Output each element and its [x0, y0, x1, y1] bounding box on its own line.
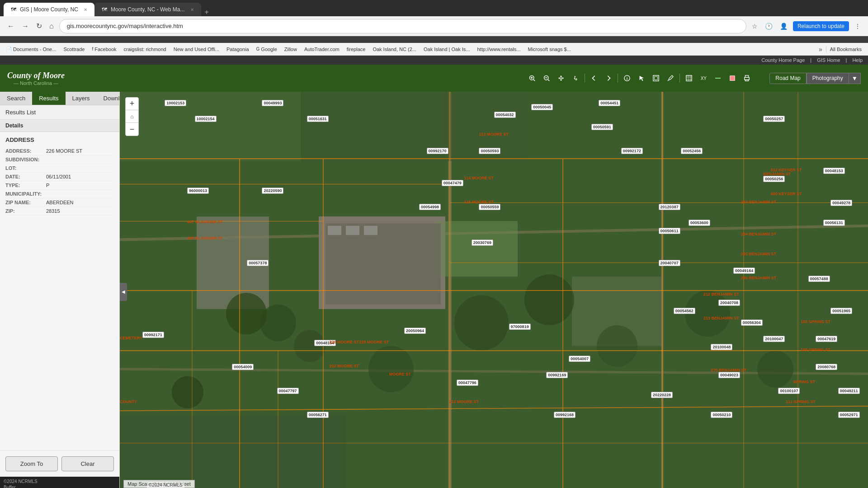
copyright-text: ©2024 NCRMLS [149, 483, 183, 488]
tab-results-label: Results [39, 95, 58, 102]
bookmark-documents[interactable]: 📄 Documents - One... [4, 46, 59, 53]
bookmark-button[interactable]: ☆ [750, 21, 760, 32]
header-links: County Home Page | GIS Home | Help [761, 57, 863, 63]
back-extent-icon [591, 75, 597, 82]
tab-close-active[interactable]: ✕ [84, 7, 87, 12]
all-bookmarks-button[interactable]: All Bookmarks [826, 46, 864, 53]
zoom-in-icon [529, 74, 535, 82]
address-row-lot: LOT: [5, 164, 114, 173]
details-button[interactable]: Details [0, 120, 119, 132]
address-label-zipname: ZIP NAME: [5, 200, 46, 205]
svg-point-40 [685, 291, 730, 337]
bookmark-cl-label: craigslist: richmond [124, 47, 166, 52]
menu-button[interactable]: ⋮ [853, 21, 863, 32]
back-extent-tool[interactable] [588, 72, 600, 84]
print-tool[interactable] [741, 72, 753, 84]
info-tool[interactable]: i [621, 72, 633, 84]
identify-tool[interactable] [650, 72, 662, 84]
photography-button[interactable]: Photography [807, 73, 849, 84]
bookmark-oi1-label: Oak Island, NC (2... [373, 47, 416, 52]
help-link[interactable]: Help [852, 57, 863, 63]
bookmark-zillow[interactable]: Zillow [282, 46, 300, 53]
bookmark-craigslist[interactable]: craigslist: richmond [121, 46, 169, 53]
draw-tool[interactable] [664, 72, 677, 84]
bookmark-rent-label: http://www.rentals... [477, 47, 520, 52]
gis-home-link[interactable]: GIS Home [817, 57, 840, 63]
zoom-in-map-button[interactable]: + [126, 98, 138, 110]
reload-button[interactable]: ↻ [34, 20, 44, 32]
home-button[interactable]: ⌂ [47, 20, 56, 32]
bookmark-patagonia[interactable]: Patagonia [224, 46, 252, 53]
identify-icon [653, 75, 659, 82]
drag-pan-tool[interactable] [569, 72, 582, 84]
forward-button[interactable]: → [20, 20, 31, 32]
tab-close-inactive[interactable]: ✕ [190, 7, 194, 12]
results-list-button[interactable]: Results List [0, 105, 119, 120]
coord-tool[interactable]: XY [697, 72, 710, 84]
bookmark-facebook[interactable]: f Facebook [89, 46, 119, 53]
road-map-button[interactable]: Road Map [769, 73, 806, 84]
zoom-out-icon [543, 74, 550, 82]
map-view-tool[interactable] [683, 72, 695, 84]
bookmark-oakisland2[interactable]: Oak Island | Oak Is... [421, 46, 473, 53]
bookmark-google[interactable]: G Google [254, 46, 280, 53]
tab-results[interactable]: Results [32, 92, 65, 105]
bookmark-fb-icon: f [92, 47, 93, 52]
bookmark-at-label: AutoTrader.com [304, 47, 340, 52]
bookmark-oakisland1[interactable]: Oak Island, NC (2... [370, 46, 419, 53]
svg-rect-29 [326, 224, 441, 305]
map-area[interactable]: 1000215310002154000499930005163196000013… [120, 92, 868, 488]
bookmarks-more-button[interactable]: » [819, 46, 822, 53]
measure-icon [715, 75, 721, 82]
bookmark-rentals[interactable]: http://www.rentals... [474, 46, 523, 53]
address-value-address: 226 MOORE ST [46, 148, 82, 154]
address-section: ADDRESS ADDRESS: 226 MOORE ST SUBDIVISIO… [0, 132, 119, 220]
new-tab-button[interactable]: + [201, 8, 212, 16]
back-button[interactable]: ← [5, 20, 16, 32]
bookmark-officesupply[interactable]: New and Used Offi... [171, 46, 222, 53]
clear-button[interactable]: Clear [61, 456, 114, 471]
panel-collapse-button[interactable]: ◀ [120, 283, 127, 301]
profile-button[interactable]: 👤 [778, 21, 789, 32]
address-label-municipality: MUNICIPALITY: [5, 191, 46, 197]
pan-tool[interactable] [555, 72, 567, 84]
bookmark-zillow-label: Zillow [284, 47, 297, 52]
tab-search[interactable]: Search [0, 92, 32, 105]
history-button[interactable]: 🕐 [763, 21, 774, 32]
county-home-link[interactable]: County Home Page [761, 57, 805, 63]
forward-extent-tool[interactable] [602, 72, 615, 84]
bookmark-autotrader[interactable]: AutoTrader.com [302, 46, 342, 53]
svg-point-42 [172, 376, 203, 408]
coord-icon: XY [701, 76, 707, 81]
bookmark-scottrade[interactable]: Scottrade [61, 46, 87, 53]
bookmark-microsoft[interactable]: Microsoft snags $... [525, 46, 573, 53]
tab-search-label: Search [7, 95, 25, 102]
info-icon: i [624, 75, 630, 82]
color-tool[interactable] [726, 72, 739, 84]
address-label-type: TYPE: [5, 183, 46, 188]
gis-header-bar: County Home Page | GIS Home | Help [0, 56, 868, 65]
tab-layers[interactable]: Layers [66, 92, 97, 105]
bookmark-scottrade-label: Scottrade [63, 47, 85, 52]
address-row-date: DATE: 06/11/2001 [5, 173, 114, 181]
svg-line-11 [668, 80, 669, 81]
map-toggle-dropdown[interactable]: ▼ [849, 73, 861, 84]
zoom-out-tool[interactable] [540, 72, 553, 84]
zoom-to-button[interactable]: Zoom To [5, 456, 58, 471]
bookmark-fireplace[interactable]: fireplace [344, 46, 368, 53]
tab-active[interactable]: 🗺 GIS | Moore County, NC ✕ [4, 3, 94, 16]
svg-rect-32 [364, 226, 377, 235]
address-label-zip: ZIP: [5, 208, 46, 214]
address-bar[interactable]: gis.moorecountync.gov/maps/interactive.h… [59, 19, 746, 33]
measure-tool[interactable] [712, 72, 724, 84]
update-button[interactable]: Relaunch to update [793, 21, 849, 31]
select-arrow-tool[interactable] [635, 72, 648, 84]
address-section-title: ADDRESS [5, 136, 114, 143]
svg-rect-20 [197, 216, 269, 309]
google-icon: G [256, 47, 260, 52]
tab-inactive[interactable]: 🗺 Moore County, NC - Web Ma... ✕ [94, 3, 201, 16]
ncrmls-logo: ©2024 NCRMLS [4, 479, 116, 484]
zoom-in-tool[interactable] [526, 72, 538, 84]
zoom-out-map-button[interactable]: − [126, 123, 138, 136]
home-extent-button[interactable]: ⌂ [126, 110, 138, 123]
